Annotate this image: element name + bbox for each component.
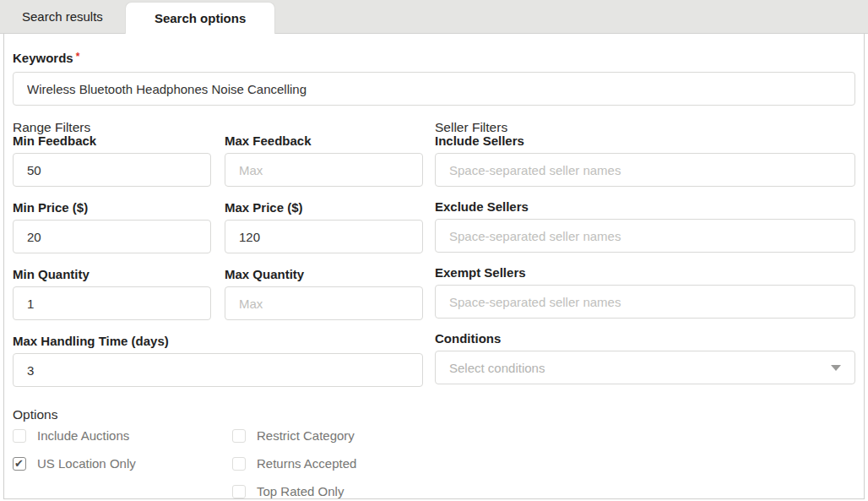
tab-bar: Search results Search options [0, 0, 868, 34]
include-sellers-input[interactable] [435, 153, 855, 187]
max-feedback-label: Max Feedback [225, 134, 423, 148]
max-feedback-input[interactable] [225, 153, 423, 187]
min-price-field-group: Min Price ($) [13, 200, 211, 253]
conditions-label: Conditions [435, 332, 855, 346]
checkbox-returns-accepted[interactable]: Returns Accepted [232, 449, 356, 477]
min-price-label: Min Price ($) [13, 201, 211, 215]
max-price-field-group: Max Price ($) [225, 200, 423, 253]
conditions-field-group: Conditions Select conditions [435, 332, 855, 384]
tab-search-results[interactable]: Search results [0, 0, 125, 33]
checkbox-icon[interactable] [232, 457, 246, 471]
include-sellers-label: Include Sellers [435, 134, 855, 148]
max-handling-time-field-group: Max Handling Time (days) [13, 335, 423, 387]
tab-search-options[interactable]: Search options [125, 2, 275, 34]
checkbox-label: US Location Only [37, 456, 136, 471]
keywords-input[interactable] [13, 72, 855, 106]
checkbox-icon[interactable] [232, 485, 246, 498]
conditions-placeholder: Select conditions [449, 361, 545, 375]
seller-filters-heading: Seller Filters [435, 121, 855, 133]
exempt-sellers-field-group: Exempt Sellers [435, 266, 855, 319]
checkbox-label: Returns Accepted [257, 456, 356, 471]
checkbox-label: Restrict Category [257, 428, 355, 443]
exclude-sellers-field-group: Exclude Sellers [435, 200, 855, 253]
checkbox-top-rated-only[interactable]: Top Rated Only [232, 477, 356, 499]
keywords-label: Keywords [13, 51, 73, 65]
max-quantity-input[interactable] [225, 286, 423, 320]
checkbox-include-auctions[interactable]: Include Auctions [13, 422, 232, 449]
max-price-input[interactable] [225, 220, 423, 253]
search-options-panel: Keywords* Range Filters Min Feedback Max… [3, 34, 865, 499]
min-feedback-input[interactable] [13, 153, 211, 187]
max-feedback-field-group: Max Feedback [225, 133, 423, 187]
checkbox-label: Top Rated Only [257, 484, 344, 498]
required-asterisk: * [76, 51, 80, 63]
options-heading: Options [13, 408, 855, 421]
min-feedback-field-group: Min Feedback [13, 133, 211, 187]
max-price-label: Max Price ($) [225, 201, 423, 215]
min-feedback-label: Min Feedback [13, 134, 211, 148]
checkbox-icon[interactable] [13, 429, 26, 443]
options-section: Options Include Auctions US Location Onl… [13, 408, 855, 499]
min-price-input[interactable] [13, 220, 211, 253]
checkbox-icon[interactable] [232, 429, 246, 443]
exempt-sellers-label: Exempt Sellers [435, 266, 855, 280]
checkbox-label: Include Auctions [37, 428, 129, 443]
include-sellers-field-group: Include Sellers [435, 134, 855, 187]
max-handling-time-input[interactable] [13, 353, 423, 387]
checkbox-us-location-only[interactable]: US Location Only [13, 449, 232, 477]
max-handling-time-label: Max Handling Time (days) [13, 335, 423, 348]
min-quantity-input[interactable] [13, 286, 211, 320]
min-quantity-label: Min Quantity [13, 268, 211, 281]
max-quantity-label: Max Quantity [225, 268, 423, 281]
chevron-down-icon [831, 365, 841, 371]
exclude-sellers-label: Exclude Sellers [435, 200, 855, 214]
checkbox-restrict-category[interactable]: Restrict Category [232, 422, 356, 449]
range-filters-heading: Range Filters [13, 121, 423, 133]
exempt-sellers-input[interactable] [435, 285, 855, 319]
max-quantity-field-group: Max Quantity [225, 267, 423, 320]
keywords-field-group: Keywords* [13, 51, 855, 106]
checkbox-checked-icon[interactable] [13, 457, 26, 471]
min-quantity-field-group: Min Quantity [13, 267, 211, 320]
conditions-select[interactable]: Select conditions [435, 351, 855, 384]
exclude-sellers-input[interactable] [435, 219, 855, 253]
